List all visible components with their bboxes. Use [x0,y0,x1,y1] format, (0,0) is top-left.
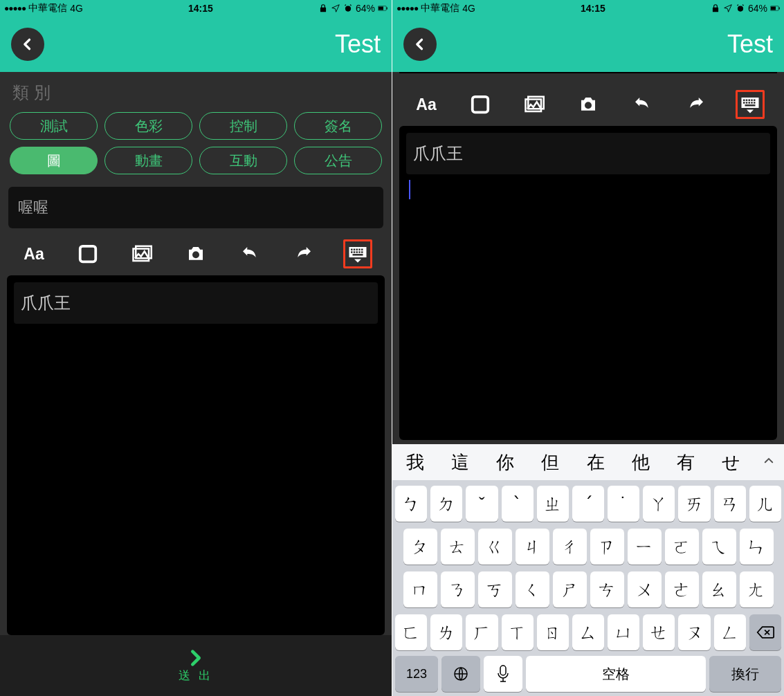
text-style-button[interactable]: Aa [19,239,48,268]
globe-key[interactable] [441,656,480,692]
suggestion[interactable]: 這 [437,450,482,475]
gallery-button[interactable] [520,90,549,119]
editor-area[interactable]: 爪爪王 [399,126,777,440]
key[interactable]: ㄚ [643,486,675,522]
key[interactable]: ㄍ [478,529,512,565]
key[interactable]: ㄢ [714,486,746,522]
svg-point-27 [585,102,592,109]
key[interactable]: ㄨ [628,571,662,607]
svg-rect-17 [358,251,361,253]
key[interactable]: ㄇ [403,571,437,607]
space-key[interactable]: 空格 [526,656,706,692]
nav-header: Test [392,17,784,72]
suggestion[interactable]: せ [709,450,754,475]
nav-header: Test [0,17,392,72]
redo-button[interactable] [682,90,711,119]
mic-icon [496,665,510,683]
title-input[interactable]: 喔喔 [8,187,383,228]
key[interactable]: ㄑ [516,571,549,607]
key[interactable]: ㄙ [572,614,604,650]
key[interactable]: ㄡ [678,614,710,650]
key[interactable]: ㄆ [403,529,437,565]
key[interactable]: ㄖ [537,614,569,650]
editor-toolbar: Aa [399,83,777,126]
suggestion[interactable]: 他 [618,450,663,475]
key[interactable]: ㄠ [702,571,736,607]
status-bar: ●●●●● 中華電信 4G 14:15 64% [392,0,784,17]
category-chip[interactable]: 動畫 [104,147,192,174]
suggestion[interactable]: 在 [573,450,618,475]
camera-button[interactable] [181,239,210,268]
suggestion[interactable]: 你 [483,450,528,475]
keyboard-toggle-button[interactable] [736,90,765,119]
return-key[interactable]: 換行 [709,656,781,692]
key[interactable]: ㄜ [665,571,699,607]
key[interactable]: ㄤ [740,571,774,607]
mic-key[interactable] [484,656,522,692]
submit-button[interactable]: 送 出 [0,635,392,696]
category-chip[interactable]: 簽名 [294,112,382,140]
key[interactable]: ㄛ [665,529,699,565]
numeric-key[interactable]: 123 [395,656,438,692]
undo-button[interactable] [628,90,657,119]
key[interactable]: ㄎ [478,571,512,607]
key[interactable]: ㄋ [441,571,475,607]
key[interactable]: ㄩ [608,614,639,650]
key[interactable]: ˙ [608,486,639,522]
category-chip[interactable]: 互動 [199,147,287,174]
lock-icon [318,3,328,13]
key[interactable]: ㄞ [678,486,710,522]
key[interactable]: ㄧ [628,529,662,565]
redo-button[interactable] [289,239,318,268]
carrier-label: 中華電信 [421,2,459,15]
shape-button[interactable] [73,239,102,268]
key[interactable]: ㄅ [395,486,427,522]
key[interactable]: ˋ [502,486,534,522]
editor-area[interactable]: 爪爪王 [7,275,385,635]
key[interactable]: ㄐ [516,529,549,565]
category-chip[interactable]: 測試 [10,112,98,140]
location-icon [331,3,340,13]
key[interactable]: ˊ [572,486,604,522]
key[interactable]: ㄟ [702,529,736,565]
key[interactable]: ㄘ [590,571,624,607]
text-style-button[interactable]: Aa [412,90,441,119]
back-button[interactable] [11,28,44,61]
suggestion[interactable]: 有 [664,450,709,475]
back-button[interactable] [403,28,437,61]
key[interactable]: ㄕ [553,571,587,607]
key[interactable]: ㄗ [590,529,624,565]
svg-rect-13 [361,249,363,251]
key[interactable]: ㄊ [441,529,475,565]
expand-suggestions-button[interactable] [754,455,784,470]
category-chip[interactable]: 色彩 [104,112,192,140]
key[interactable]: ㄓ [537,486,569,522]
backspace-key[interactable] [749,614,781,650]
key[interactable]: ㄌ [430,614,462,650]
gallery-button[interactable] [127,239,156,268]
category-chip[interactable]: 控制 [199,112,287,140]
key[interactable]: ㄈ [395,614,427,650]
category-chip[interactable]: 公告 [294,147,382,174]
key[interactable]: ㄏ [466,614,498,650]
content-area: Aa 爪爪王 [392,72,784,444]
key[interactable]: ㄔ [553,529,587,565]
category-chip-active[interactable]: 圖 [10,147,98,174]
svg-point-20 [738,6,743,12]
key[interactable]: ㄥ [714,614,746,650]
editor-title: 爪爪王 [406,133,770,174]
suggestion[interactable]: 我 [392,450,437,475]
clock-label: 14:15 [581,3,605,14]
key[interactable]: ㄝ [643,614,675,650]
key[interactable]: ㄣ [740,529,774,565]
suggestion[interactable]: 但 [528,450,573,475]
shape-button[interactable] [466,90,495,119]
key[interactable]: ㄒ [502,614,534,650]
key[interactable]: ㄦ [749,486,781,522]
key[interactable]: ˇ [466,486,498,522]
svg-rect-9 [351,249,353,251]
key[interactable]: ㄉ [430,486,462,522]
camera-button[interactable] [574,90,603,119]
undo-button[interactable] [235,239,264,268]
keyboard-toggle-button[interactable] [343,239,372,268]
